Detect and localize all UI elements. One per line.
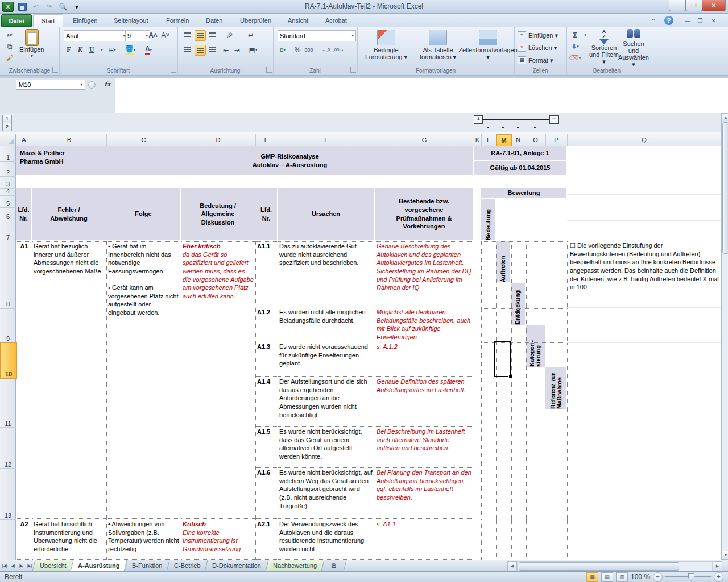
page-layout-view-icon[interactable]: ▤	[601, 572, 613, 582]
copy-icon[interactable]: ⧉	[5, 41, 15, 51]
zoom-slider-thumb[interactable]	[688, 573, 694, 581]
col-header-B[interactable]: B	[32, 134, 107, 146]
workbook-restore-icon[interactable]: ❐	[695, 16, 705, 25]
header-lfd-nr2[interactable]: Lfd. Nr.	[255, 188, 278, 241]
rating-row[interactable]	[481, 468, 568, 519]
fill-color-icon[interactable]: 🪣▾	[125, 45, 135, 55]
cell-a1-bedeutung[interactable]: Eher kritisch da das Gerät so spezifizie…	[181, 241, 256, 519]
cell-valid-from[interactable]: Gültig ab 01.04.2015	[474, 161, 567, 176]
name-box-dropdown-icon[interactable]: ▾	[80, 82, 82, 87]
insert-worksheet-icon[interactable]: 🗎	[321, 560, 347, 571]
font-color-icon[interactable]: A▾	[143, 45, 154, 55]
cell-a14-ursache[interactable]: Der Aufstellungsort und die sich daraus …	[278, 377, 375, 427]
scroll-down-icon[interactable]: ▼	[722, 551, 728, 560]
cell-a12-massnahme[interactable]: Möglichst alle denkbaren Beladungsfälle …	[375, 307, 474, 342]
align-bottom-icon[interactable]	[207, 30, 217, 40]
tab-seitenlayout[interactable]: Seitenlayout	[106, 14, 156, 27]
tab-ueberpruefen[interactable]: Überprüfen	[232, 14, 279, 27]
align-right-icon[interactable]	[207, 45, 217, 55]
col-header-A[interactable]: A	[16, 134, 32, 146]
cell-a2-fehler[interactable]: Gerät hat hinsichtlich Instrumentierung …	[32, 519, 107, 560]
clipboard-dialog-launcher[interactable]	[52, 67, 58, 73]
cell-doc-title[interactable]: GMP-Risikoanalyse Autoklav – A-Ausrüstun…	[106, 146, 474, 176]
thousands-icon[interactable]: 000	[304, 45, 314, 55]
help-icon[interactable]: ?	[664, 16, 673, 25]
page-break-view-icon[interactable]: ▥	[616, 572, 628, 582]
cell-a11-ursache[interactable]: Das zu autoklavierende Gut wurde nicht a…	[278, 241, 375, 307]
col-header-L[interactable]: L	[481, 134, 497, 146]
cell-a16-massnahme[interactable]: Bei Planung den Transport an den Aufstel…	[375, 468, 474, 519]
outline-expand-icon[interactable]: +	[474, 115, 483, 124]
col-header-E[interactable]: E	[255, 134, 278, 146]
row-header-10[interactable]: 10	[0, 342, 17, 379]
row-header-12[interactable]: 12	[0, 427, 16, 469]
next-sheet-icon[interactable]: ▶	[17, 560, 26, 571]
font-size-combo[interactable]: 9▾	[125, 30, 150, 41]
horizontal-scroll-thumb[interactable]	[519, 562, 679, 571]
rating-row[interactable]	[481, 427, 568, 468]
cell-a12-id[interactable]: A1.2	[255, 307, 278, 342]
col-header-D[interactable]: D	[181, 134, 256, 146]
workbook-minimize-icon[interactable]: —	[682, 16, 693, 25]
sheet-tab-uebersicht[interactable]: Übersicht	[32, 560, 74, 571]
cell-a11-id[interactable]: A1.1	[255, 241, 278, 307]
col-header-M[interactable]: M	[496, 134, 512, 147]
name-box[interactable]: M10 ▾	[16, 80, 85, 90]
merge-center-icon[interactable]: ⬒▾	[248, 45, 258, 55]
cell-a2-folge[interactable]: • Abweichungen von Sollvorgaben (z.B. Te…	[106, 519, 181, 560]
sheet-tab-c-betrieb[interactable]: C-Betrieb	[167, 560, 208, 571]
scroll-up-icon[interactable]: ▲	[722, 113, 728, 122]
tab-acrobat[interactable]: Acrobat	[317, 14, 355, 27]
header-ursachen[interactable]: Ursachen	[278, 188, 375, 241]
cell-a1-fehler[interactable]: Gerät hat bezüglich innerer und äußerer …	[32, 241, 107, 519]
cell-a16-id[interactable]: A1.6	[255, 468, 278, 519]
rating-row[interactable]	[481, 241, 568, 309]
cell-a13-id[interactable]: A1.3	[255, 342, 278, 377]
paste-button[interactable]: Einfügen▼	[19, 29, 44, 60]
insert-cells-button[interactable]: + Einfügen ▾	[518, 30, 558, 40]
cell-a21-id[interactable]: A2.1	[255, 519, 278, 560]
row-header-9[interactable]: 9	[0, 307, 16, 343]
zoom-slider[interactable]	[665, 576, 711, 577]
horizontal-scrollbar[interactable]: ◀ ▶	[507, 560, 722, 572]
rating-row[interactable]	[481, 377, 568, 427]
find-select-button[interactable]: Suchen und Auswählen ▾	[620, 29, 647, 68]
row-header-2[interactable]: 2	[0, 161, 16, 177]
cell-a1-folge[interactable]: • Gerät hat im Innenbereich nicht das no…	[106, 241, 181, 519]
tab-formeln[interactable]: Formeln	[158, 14, 197, 27]
cell-note[interactable]: ☐ Die vorliegende Einstufung der Bewertu…	[567, 241, 721, 300]
active-cell-M10[interactable]	[494, 341, 511, 377]
delete-cells-button[interactable]: × Löschen ▾	[518, 43, 557, 53]
font-family-combo[interactable]: Arial▾	[64, 30, 127, 41]
percent-icon[interactable]: %	[292, 45, 303, 55]
col-header-K[interactable]: K	[474, 134, 482, 146]
outline-level-2-button[interactable]: 2	[2, 123, 12, 131]
row-header-13[interactable]: 13	[0, 468, 16, 520]
minimize-button[interactable]: —	[669, 0, 686, 11]
autosum-icon[interactable]: Σ	[570, 30, 580, 40]
header-fehler[interactable]: Fehler / Abweichung	[32, 188, 106, 241]
currency-icon[interactable]: ¤▾	[278, 45, 288, 55]
cell-a12-ursache[interactable]: Es wurden nicht alle möglichen Beladungs…	[278, 307, 375, 342]
fill-icon[interactable]: ⬇▾	[570, 41, 580, 51]
cell-a1-id[interactable]: A1	[16, 241, 32, 519]
fill-handle[interactable]	[508, 375, 512, 379]
tab-datei[interactable]: Datei	[1, 14, 32, 27]
cell-a15-ursache[interactable]: Es wurde nicht berücksichtigt, dass das …	[278, 427, 375, 468]
cell-a15-massnahme[interactable]: Bei Beschreibung im Lastenheft auch alte…	[375, 427, 474, 468]
outline-collapse-icon[interactable]: −	[549, 115, 559, 124]
decrease-decimal-icon[interactable]: ,00→	[333, 45, 344, 55]
align-left-icon[interactable]	[182, 45, 192, 55]
borders-icon[interactable]: ⊞▾	[107, 45, 117, 55]
sheet-tab-nachbewertung[interactable]: Nachbewertung	[266, 560, 325, 571]
italic-icon[interactable]: K	[75, 45, 85, 55]
zoom-in-icon[interactable]: +	[714, 572, 723, 582]
horizontal-scroll-track[interactable]	[517, 561, 713, 571]
prev-sheet-icon[interactable]: ◀	[9, 560, 17, 571]
formula-input[interactable]	[115, 78, 728, 113]
cell-a11-massnahme[interactable]: Genaue Beschreibung des Autoklaven und d…	[375, 241, 474, 307]
number-dialog-launcher[interactable]	[350, 67, 356, 73]
cell-a16-ursache[interactable]: Es wurde nicht berücksichtigt, auf welch…	[278, 468, 375, 519]
close-button[interactable]: ✕	[702, 0, 726, 11]
header-bedeutung[interactable]: Bedeutung / Allgemeine Diskussion	[181, 188, 255, 241]
